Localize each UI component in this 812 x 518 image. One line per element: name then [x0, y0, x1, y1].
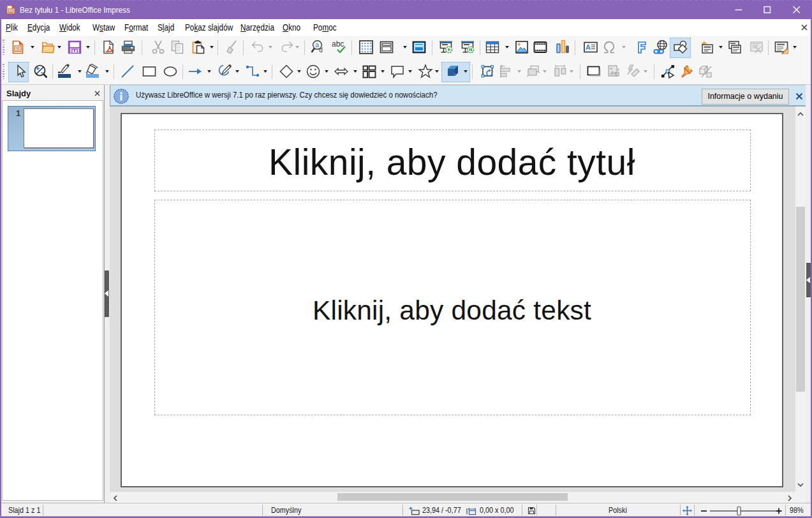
- svg-text:A: A: [586, 43, 591, 51]
- svg-text:abc: abc: [332, 40, 344, 48]
- svg-text:d: d: [319, 47, 323, 54]
